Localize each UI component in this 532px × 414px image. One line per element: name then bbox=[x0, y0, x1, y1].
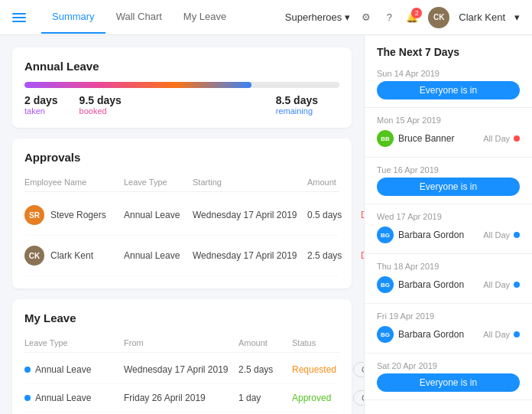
day-divider bbox=[365, 107, 532, 108]
next7days-title: The Next 7 Days bbox=[365, 35, 532, 64]
day-divider bbox=[365, 253, 532, 254]
everyone-in-button[interactable]: Everyone is in bbox=[377, 81, 520, 99]
tab-wall-chart[interactable]: Wall Chart bbox=[105, 1, 173, 34]
actions-cell: Cancel ⋮ bbox=[353, 362, 364, 377]
employee-name: Clark Kent bbox=[50, 250, 93, 261]
from-cell: Wednesday 17 April 2019 bbox=[124, 364, 238, 375]
employee-name: Steve Rogers bbox=[50, 210, 106, 220]
day-group: Tue 16 Apr 2019Everyone is in bbox=[365, 161, 532, 200]
settings-icon[interactable]: ⚙ bbox=[359, 11, 373, 24]
person-info: BB Bruce Banner bbox=[377, 130, 454, 147]
status-dot bbox=[514, 232, 520, 238]
status-dot bbox=[514, 282, 520, 288]
page-layout: Annual Leave 2 days taken 9.5 days booke… bbox=[0, 35, 532, 414]
avatar: BG bbox=[377, 276, 394, 293]
col-status: Status bbox=[292, 338, 353, 347]
leave-type-cell: Annual Leave bbox=[124, 250, 193, 261]
taken-label: taken bbox=[24, 106, 58, 116]
person-name: Barbara Gordon bbox=[398, 230, 464, 240]
app-logo[interactable] bbox=[12, 13, 26, 22]
person-name: Bruce Banner bbox=[398, 133, 454, 144]
col-from: From bbox=[124, 338, 238, 347]
taken-value: 2 days bbox=[24, 94, 58, 106]
remaining-stat: 8.5 days remaining bbox=[276, 94, 318, 116]
everyone-in-button[interactable]: Everyone is in bbox=[377, 373, 520, 392]
day-divider bbox=[365, 157, 532, 158]
chevron-down-icon: ▾ bbox=[345, 11, 350, 23]
remaining-value: 8.5 days bbox=[276, 94, 318, 106]
allday-label: All Day bbox=[483, 230, 510, 240]
amount-cell: 2.5 days bbox=[238, 364, 292, 375]
day-group: Wed 17 Apr 2019 BG Barbara Gordon All Da… bbox=[365, 207, 532, 250]
notifications-icon[interactable]: 🔔 2 bbox=[405, 11, 419, 24]
top-navigation: Summary Wall Chart My Leave Superheroes … bbox=[0, 0, 532, 35]
allday-label: All Day bbox=[483, 280, 510, 289]
approvals-header: Employee Name Leave Type Starting Amount bbox=[24, 173, 339, 192]
tab-my-leave[interactable]: My Leave bbox=[173, 1, 237, 34]
amount-cell: 0.5 days bbox=[307, 210, 361, 220]
avatar: BG bbox=[377, 227, 394, 243]
status-dot bbox=[514, 331, 520, 337]
cancel-button[interactable]: Cancel bbox=[353, 390, 364, 406]
day-divider bbox=[365, 353, 532, 354]
day-label: Sun 14 Apr 2019 bbox=[377, 69, 520, 78]
tab-summary[interactable]: Summary bbox=[41, 1, 105, 34]
leave-dot bbox=[24, 367, 31, 373]
leave-dot bbox=[24, 395, 31, 401]
day-label: Wed 17 Apr 2019 bbox=[377, 212, 520, 221]
day-label: Fri 19 Apr 2019 bbox=[377, 311, 520, 321]
col-amount: Amount bbox=[307, 178, 361, 187]
notification-badge: 2 bbox=[411, 8, 422, 18]
employee-cell: SR Steve Rogers bbox=[24, 205, 124, 225]
day-divider bbox=[365, 399, 532, 400]
allday-label: All Day bbox=[483, 330, 510, 339]
person-name: Barbara Gordon bbox=[398, 329, 464, 340]
leave-progress-bar bbox=[24, 82, 339, 88]
day-label: Thu 18 Apr 2019 bbox=[377, 262, 520, 271]
day-group: Fri 19 Apr 2019 BG Barbara Gordon All Da… bbox=[365, 307, 532, 350]
avatar: BB bbox=[377, 130, 394, 147]
day-group: Thu 18 Apr 2019 BG Barbara Gordon All Da… bbox=[365, 257, 532, 300]
taken-stat: 2 days taken bbox=[24, 94, 58, 116]
hamburger-icon[interactable] bbox=[12, 13, 26, 22]
approvals-title: Approvals bbox=[24, 151, 339, 164]
amount-cell: 1 day bbox=[238, 393, 292, 403]
leave-type-cell: Annual Leave bbox=[24, 364, 124, 375]
amount-cell: 2.5 days bbox=[307, 250, 361, 261]
remaining-label: remaining bbox=[276, 106, 318, 116]
help-icon[interactable]: ? bbox=[382, 11, 396, 24]
col-amount: Amount bbox=[238, 338, 292, 347]
person-row: BG Barbara Gordon All Day bbox=[377, 224, 520, 246]
day-label: Sat 20 Apr 2019 bbox=[377, 361, 520, 370]
nav-tabs: Summary Wall Chart My Leave bbox=[41, 1, 237, 34]
everyone-in-button[interactable]: Everyone is in bbox=[377, 178, 520, 196]
progress-bar-fill bbox=[24, 82, 251, 88]
person-row: BG Barbara Gordon All Day bbox=[377, 324, 520, 345]
org-selector[interactable]: Superheroes ▾ bbox=[285, 11, 350, 23]
avatar: CK bbox=[428, 7, 449, 28]
from-cell: Friday 26 April 2019 bbox=[124, 393, 238, 403]
leave-type: Annual Leave bbox=[35, 393, 91, 403]
my-leave-title: My Leave bbox=[24, 311, 339, 324]
my-leave-rows: Annual Leave Wednesday 17 April 2019 2.5… bbox=[24, 356, 339, 414]
day-divider bbox=[365, 303, 532, 304]
annual-leave-title: Annual Leave bbox=[24, 60, 339, 73]
starting-cell: Wednesday 17 April 2019 bbox=[193, 210, 307, 220]
my-leave-header: Leave Type From Amount Status bbox=[24, 334, 339, 353]
employee-cell: CK Clark Kent bbox=[24, 246, 124, 266]
org-name: Superheroes bbox=[285, 11, 342, 23]
booked-value: 9.5 days bbox=[79, 94, 122, 106]
day-label: Tue 16 Apr 2019 bbox=[377, 165, 520, 174]
approvals-card: Approvals Employee Name Leave Type Start… bbox=[12, 139, 352, 288]
day-divider bbox=[365, 204, 532, 204]
person-info: BG Barbara Gordon bbox=[377, 276, 464, 293]
col-starting: Starting bbox=[193, 178, 307, 187]
cancel-button[interactable]: Cancel bbox=[353, 362, 364, 377]
booked-stat: 9.5 days booked bbox=[79, 94, 122, 116]
user-chevron-icon: ▾ bbox=[514, 11, 520, 23]
person-row: BB Bruce Banner All Day bbox=[377, 128, 520, 149]
status-cell: Approved bbox=[292, 393, 353, 403]
person-row: BG Barbara Gordon All Day bbox=[377, 274, 520, 295]
leave-stats: 2 days taken 9.5 days booked 8.5 days re… bbox=[24, 94, 339, 116]
user-name[interactable]: Clark Kent bbox=[459, 11, 505, 23]
